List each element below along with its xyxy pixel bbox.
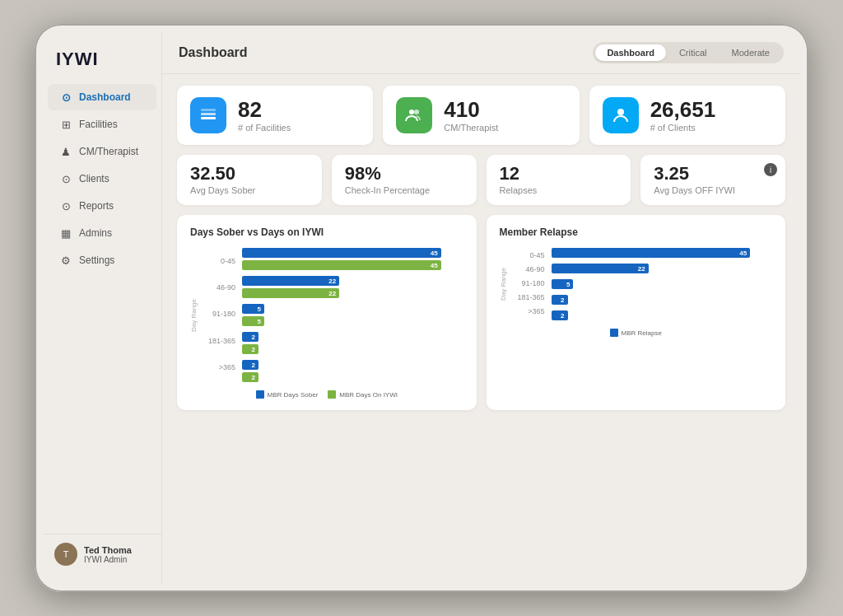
legend-sober-label: MBR Days Sober <box>268 391 319 399</box>
svg-point-5 <box>617 109 624 115</box>
facilities-icon: ⊞ <box>59 118 72 131</box>
relapse-group-gt365: 2 <box>552 310 773 320</box>
legend-sober: MBR Days Sober <box>256 390 319 399</box>
chart-sober-container: Day Range 0-45 46-90 91-180 181-365 >365 <box>190 248 463 382</box>
bar-iywi-gt365: 2 <box>242 372 258 382</box>
main-content: Dashboard Dashboard Critical Moderate <box>162 32 800 584</box>
tablet-frame: IYWI ⊙ Dashboard ⊞ Facilities ♟ CM/Thera… <box>35 24 808 592</box>
sidebar-item-reports[interactable]: ⊙ Reports <box>48 193 156 219</box>
bar-sober-0-45: 45 <box>242 248 441 258</box>
svg-point-4 <box>414 110 419 114</box>
sidebar: IYWI ⊙ Dashboard ⊞ Facilities ♟ CM/Thera… <box>43 32 162 584</box>
header: Dashboard Dashboard Critical Moderate <box>162 32 800 74</box>
y-axis-label-relapse: Day Range <box>500 248 507 320</box>
stat-card-avg-days-off: i 3.25 Avg Days OFF IYWI <box>640 155 785 205</box>
relapses-value: 12 <box>500 165 618 183</box>
checkin-value: 98% <box>345 165 463 183</box>
bar-group-gt365: 2 2 <box>242 360 463 382</box>
sidebar-label-reports: Reports <box>79 200 114 212</box>
bar-sober-181-365: 2 <box>242 332 258 342</box>
sidebar-label-settings: Settings <box>79 254 114 266</box>
clients-icon: ⊙ <box>59 172 72 185</box>
reports-icon: ⊙ <box>59 199 72 212</box>
y-axis-labels-sober: 0-45 46-90 91-180 181-365 >365 <box>206 248 235 382</box>
bar-relapse-181-365: 2 <box>552 295 568 305</box>
legend-relapse-dot <box>610 329 618 337</box>
facilities-label: # of Facilities <box>238 123 291 133</box>
avg-days-off-label: Avg Days OFF IYWI <box>654 185 772 195</box>
cmtherapist-stat-info: 410 CM/Therapist <box>444 99 498 133</box>
avg-days-sober-label: Avg Days Sober <box>190 185 309 195</box>
avg-days-off-value: 3.25 <box>654 165 772 183</box>
tablet-inner: IYWI ⊙ Dashboard ⊞ Facilities ♟ CM/Thera… <box>43 32 800 584</box>
cmtherapist-label: CM/Therapist <box>444 123 498 133</box>
dashboard-body: 82 # of Facilities <box>162 74 800 584</box>
user-info: Ted Thoma IYWI Admin <box>84 545 132 564</box>
info-icon: i <box>764 163 777 176</box>
bar-group-0-45: 45 45 <box>242 248 463 270</box>
svg-rect-0 <box>201 117 216 119</box>
top-stats-row: 82 # of Facilities <box>177 86 785 145</box>
clients-label: # of Clients <box>650 123 716 133</box>
bar-group-46-90: 22 22 <box>242 276 463 298</box>
sidebar-item-facilities[interactable]: ⊞ Facilities <box>48 111 156 138</box>
clients-stat-info: 26,651 # of Clients <box>650 99 716 133</box>
bar-chart-relapse: 45 22 5 <box>552 248 773 320</box>
relapse-group-46-90: 22 <box>552 264 773 273</box>
bar-group-181-365: 2 2 <box>242 332 463 354</box>
settings-icon: ⚙ <box>59 254 72 267</box>
facilities-value: 82 <box>238 99 291 120</box>
sidebar-item-admins[interactable]: ▦ Admins <box>48 220 156 246</box>
user-role: IYWI Admin <box>84 555 132 564</box>
bar-iywi-91-180: 5 <box>242 316 264 326</box>
avg-days-sober-value: 32.50 <box>190 165 309 183</box>
sidebar-item-dashboard[interactable]: ⊙ Dashboard <box>48 84 156 110</box>
sidebar-item-cmtherapist[interactable]: ♟ CM/Therapist <box>48 138 156 165</box>
y-axis-labels-relapse: 0-45 46-90 91-180 181-365 >365 <box>515 248 545 320</box>
user-name: Ted Thoma <box>84 545 132 555</box>
sidebar-label-cmtherapist: CM/Therapist <box>79 146 138 157</box>
bar-iywi-0-45: 45 <box>242 260 441 270</box>
sidebar-label-facilities: Facilities <box>79 119 118 130</box>
checkin-label: Check-In Percentage <box>345 185 463 195</box>
bar-iywi-181-365: 2 <box>242 344 258 354</box>
clients-stat-icon <box>603 97 639 133</box>
tab-critical[interactable]: Critical <box>668 44 719 61</box>
bar-iywi-46-90: 22 <box>242 288 339 298</box>
cmtherapist-stat-icon <box>396 97 432 133</box>
chart-sober-iywi: Days Sober vs Days on IYWI Day Range 0-4… <box>177 215 477 410</box>
bar-chart-sober: 45 45 22 <box>242 248 463 382</box>
stat-card-checkin: 98% Check-In Percentage <box>332 155 477 205</box>
bar-sober-gt365: 2 <box>242 360 258 370</box>
stat-card-clients: 26,651 # of Clients <box>589 86 785 145</box>
svg-rect-2 <box>201 109 216 111</box>
cmtherapist-icon: ♟ <box>59 145 72 158</box>
stat-card-relapses: 12 Relapses <box>487 155 631 205</box>
tab-dashboard[interactable]: Dashboard <box>595 44 665 61</box>
sidebar-item-settings[interactable]: ⚙ Settings <box>48 247 156 273</box>
chart-sober-legend: MBR Days Sober MBR Days On IYWI <box>190 390 463 399</box>
relapse-group-91-180: 5 <box>552 279 773 289</box>
bar-group-91-180: 5 5 <box>242 304 463 326</box>
y-axis-label-sober: Day Range <box>190 248 198 382</box>
avatar: T <box>54 543 77 566</box>
relapse-group-0-45: 45 <box>552 248 773 258</box>
svg-rect-1 <box>201 113 216 115</box>
chart-relapse-title: Member Relapse <box>500 226 773 238</box>
bar-sober-91-180: 5 <box>242 304 264 314</box>
sidebar-item-clients[interactable]: ⊙ Clients <box>48 166 156 192</box>
charts-row: Days Sober vs Days on IYWI Day Range 0-4… <box>177 215 785 410</box>
stat-card-cmtherapist: 410 CM/Therapist <box>383 86 579 145</box>
bar-sober-46-90: 22 <box>242 276 339 286</box>
bar-relapse-91-180: 5 <box>552 279 574 289</box>
sidebar-nav: ⊙ Dashboard ⊞ Facilities ♟ CM/Therapist … <box>43 83 161 534</box>
app-logo: IYWI <box>43 42 161 83</box>
middle-stats-row: 32.50 Avg Days Sober 98% Check-In Percen… <box>177 155 785 205</box>
cmtherapist-value: 410 <box>444 99 498 120</box>
admins-icon: ▦ <box>59 226 72 240</box>
bar-relapse-gt365: 2 <box>552 310 568 320</box>
sidebar-label-admins: Admins <box>79 227 112 239</box>
legend-relapse-label: MBR Relapse <box>622 329 662 337</box>
chart-relapse: Member Relapse Day Range 0-45 46-90 91-1… <box>487 215 786 410</box>
tab-moderate[interactable]: Moderate <box>720 44 781 61</box>
